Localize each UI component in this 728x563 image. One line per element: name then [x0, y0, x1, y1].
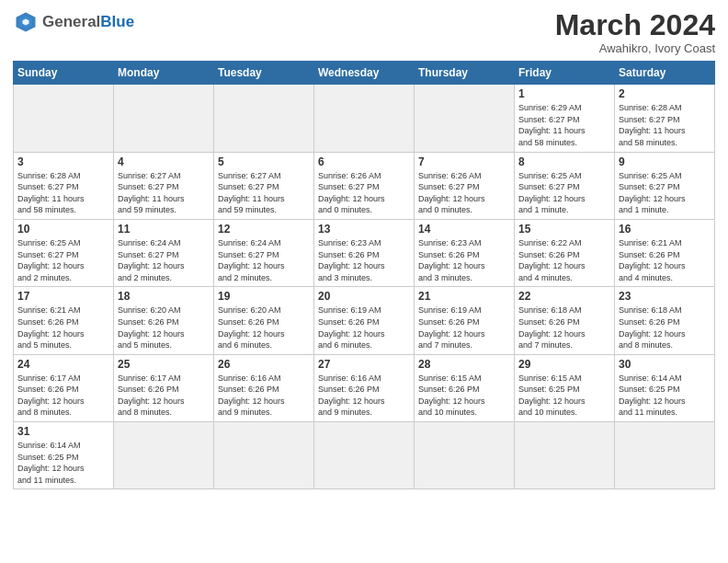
calendar-cell: 8Sunrise: 6:25 AM Sunset: 6:27 PM Daylig… [515, 152, 615, 219]
day-number: 6 [318, 155, 410, 168]
day-info: Sunrise: 6:22 AM Sunset: 6:26 PM Dayligh… [518, 237, 610, 283]
day-number: 23 [619, 290, 711, 303]
calendar-cell: 21Sunrise: 6:19 AM Sunset: 6:26 PM Dayli… [415, 287, 515, 354]
day-number: 12 [218, 223, 310, 236]
calendar-header-friday: Friday [515, 62, 615, 85]
day-number: 27 [318, 358, 410, 371]
calendar-cell: 10Sunrise: 6:25 AM Sunset: 6:27 PM Dayli… [14, 219, 114, 286]
page: GeneralBlue March 2024 Awahikro, Ivory C… [0, 0, 728, 563]
day-info: Sunrise: 6:27 AM Sunset: 6:27 PM Dayligh… [218, 170, 310, 216]
calendar-week-row: 17Sunrise: 6:21 AM Sunset: 6:26 PM Dayli… [14, 287, 715, 354]
day-number: 30 [619, 358, 711, 371]
day-number: 14 [418, 223, 510, 236]
day-info: Sunrise: 6:29 AM Sunset: 6:27 PM Dayligh… [518, 102, 610, 148]
day-number: 16 [619, 223, 711, 236]
day-info: Sunrise: 6:16 AM Sunset: 6:26 PM Dayligh… [218, 373, 310, 419]
calendar-cell [114, 422, 214, 489]
calendar-header-row: SundayMondayTuesdayWednesdayThursdayFrid… [14, 62, 715, 85]
calendar-week-row: 10Sunrise: 6:25 AM Sunset: 6:27 PM Dayli… [14, 219, 715, 286]
day-info: Sunrise: 6:28 AM Sunset: 6:27 PM Dayligh… [619, 102, 711, 148]
day-number: 7 [418, 155, 510, 168]
calendar-cell: 19Sunrise: 6:20 AM Sunset: 6:26 PM Dayli… [214, 287, 314, 354]
calendar-cell [214, 85, 314, 152]
day-info: Sunrise: 6:17 AM Sunset: 6:26 PM Dayligh… [118, 373, 210, 419]
day-number: 28 [418, 358, 510, 371]
day-number: 25 [118, 358, 210, 371]
calendar-cell: 6Sunrise: 6:26 AM Sunset: 6:27 PM Daylig… [314, 152, 415, 219]
day-info: Sunrise: 6:20 AM Sunset: 6:26 PM Dayligh… [218, 304, 310, 350]
location: Awahikro, Ivory Coast [555, 41, 715, 55]
day-info: Sunrise: 6:21 AM Sunset: 6:26 PM Dayligh… [619, 237, 711, 283]
calendar-cell [314, 85, 415, 152]
calendar-cell [114, 85, 214, 152]
day-number: 1 [518, 87, 610, 100]
calendar-cell [314, 422, 415, 489]
day-number: 2 [619, 87, 711, 100]
day-info: Sunrise: 6:24 AM Sunset: 6:27 PM Dayligh… [218, 237, 310, 283]
day-info: Sunrise: 6:19 AM Sunset: 6:26 PM Dayligh… [418, 304, 510, 350]
calendar-header-saturday: Saturday [615, 62, 715, 85]
calendar-cell: 26Sunrise: 6:16 AM Sunset: 6:26 PM Dayli… [214, 354, 314, 421]
calendar-cell [415, 422, 515, 489]
calendar-header-wednesday: Wednesday [314, 62, 415, 85]
day-number: 24 [17, 358, 109, 371]
day-number: 5 [218, 155, 310, 168]
calendar-week-row: 1Sunrise: 6:29 AM Sunset: 6:27 PM Daylig… [14, 85, 715, 152]
logo-icon [13, 9, 39, 35]
calendar: SundayMondayTuesdayWednesdayThursdayFrid… [13, 61, 715, 489]
calendar-cell [14, 85, 114, 152]
calendar-cell: 25Sunrise: 6:17 AM Sunset: 6:26 PM Dayli… [114, 354, 214, 421]
calendar-header-thursday: Thursday [415, 62, 515, 85]
day-number: 10 [17, 223, 109, 236]
day-number: 17 [17, 290, 109, 303]
day-info: Sunrise: 6:28 AM Sunset: 6:27 PM Dayligh… [17, 170, 109, 216]
calendar-cell: 22Sunrise: 6:18 AM Sunset: 6:26 PM Dayli… [515, 287, 615, 354]
day-info: Sunrise: 6:23 AM Sunset: 6:26 PM Dayligh… [418, 237, 510, 283]
day-info: Sunrise: 6:17 AM Sunset: 6:26 PM Dayligh… [17, 373, 109, 419]
calendar-week-row: 24Sunrise: 6:17 AM Sunset: 6:26 PM Dayli… [14, 354, 715, 421]
day-number: 22 [518, 290, 610, 303]
logo: GeneralBlue [13, 9, 134, 35]
calendar-cell: 28Sunrise: 6:15 AM Sunset: 6:26 PM Dayli… [415, 354, 515, 421]
calendar-cell: 27Sunrise: 6:16 AM Sunset: 6:26 PM Dayli… [314, 354, 415, 421]
calendar-cell: 24Sunrise: 6:17 AM Sunset: 6:26 PM Dayli… [14, 354, 114, 421]
calendar-week-row: 3Sunrise: 6:28 AM Sunset: 6:27 PM Daylig… [14, 152, 715, 219]
day-info: Sunrise: 6:18 AM Sunset: 6:26 PM Dayligh… [619, 304, 711, 350]
calendar-header-monday: Monday [114, 62, 214, 85]
calendar-cell: 29Sunrise: 6:15 AM Sunset: 6:25 PM Dayli… [515, 354, 615, 421]
day-number: 19 [218, 290, 310, 303]
calendar-cell: 2Sunrise: 6:28 AM Sunset: 6:27 PM Daylig… [615, 85, 715, 152]
day-info: Sunrise: 6:16 AM Sunset: 6:26 PM Dayligh… [318, 373, 410, 419]
day-info: Sunrise: 6:15 AM Sunset: 6:26 PM Dayligh… [418, 373, 510, 419]
day-info: Sunrise: 6:25 AM Sunset: 6:27 PM Dayligh… [619, 170, 711, 216]
calendar-cell: 11Sunrise: 6:24 AM Sunset: 6:27 PM Dayli… [114, 219, 214, 286]
calendar-cell: 20Sunrise: 6:19 AM Sunset: 6:26 PM Dayli… [314, 287, 415, 354]
calendar-cell: 15Sunrise: 6:22 AM Sunset: 6:26 PM Dayli… [515, 219, 615, 286]
day-number: 13 [318, 223, 410, 236]
logo-text: GeneralBlue [42, 13, 134, 31]
title-block: March 2024 Awahikro, Ivory Coast [555, 9, 715, 55]
calendar-cell [515, 422, 615, 489]
day-number: 20 [318, 290, 410, 303]
day-info: Sunrise: 6:24 AM Sunset: 6:27 PM Dayligh… [118, 237, 210, 283]
calendar-cell: 14Sunrise: 6:23 AM Sunset: 6:26 PM Dayli… [415, 219, 515, 286]
day-info: Sunrise: 6:25 AM Sunset: 6:27 PM Dayligh… [17, 237, 109, 283]
day-info: Sunrise: 6:27 AM Sunset: 6:27 PM Dayligh… [118, 170, 210, 216]
day-number: 4 [118, 155, 210, 168]
calendar-cell: 17Sunrise: 6:21 AM Sunset: 6:26 PM Dayli… [14, 287, 114, 354]
day-number: 31 [17, 425, 109, 438]
day-number: 15 [518, 223, 610, 236]
day-number: 9 [619, 155, 711, 168]
calendar-cell: 18Sunrise: 6:20 AM Sunset: 6:26 PM Dayli… [114, 287, 214, 354]
day-info: Sunrise: 6:20 AM Sunset: 6:26 PM Dayligh… [118, 304, 210, 350]
day-info: Sunrise: 6:26 AM Sunset: 6:27 PM Dayligh… [418, 170, 510, 216]
calendar-cell [615, 422, 715, 489]
day-info: Sunrise: 6:23 AM Sunset: 6:26 PM Dayligh… [318, 237, 410, 283]
day-info: Sunrise: 6:15 AM Sunset: 6:25 PM Dayligh… [518, 373, 610, 419]
day-number: 29 [518, 358, 610, 371]
calendar-cell: 4Sunrise: 6:27 AM Sunset: 6:27 PM Daylig… [114, 152, 214, 219]
calendar-cell [214, 422, 314, 489]
calendar-cell: 30Sunrise: 6:14 AM Sunset: 6:25 PM Dayli… [615, 354, 715, 421]
day-number: 11 [118, 223, 210, 236]
day-info: Sunrise: 6:21 AM Sunset: 6:26 PM Dayligh… [17, 304, 109, 350]
